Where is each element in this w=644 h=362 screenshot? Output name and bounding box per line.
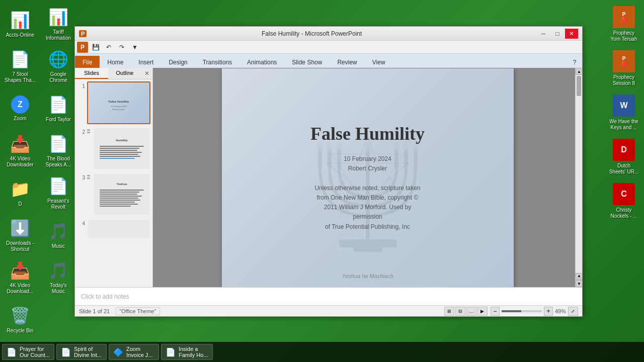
slide-vertical-scrollbar[interactable]: ▲ ▲ ▼ ▼ <box>575 68 582 287</box>
taskbar-label-prayer: Prayer forOur Count... <box>20 346 50 358</box>
minimize-button[interactable]: ─ <box>537 29 550 39</box>
pdf-icon-2: 📄 <box>61 347 71 357</box>
scroll-up-button[interactable]: ▲ <box>576 68 582 75</box>
fit-slide-button[interactable]: ⤢ <box>568 307 578 316</box>
desktop: 📊 Accts-Online 📄 7 StoolShapes Tha... Z … <box>0 0 644 362</box>
desktop-icon-prophecy-session[interactable]: P🔴 Prophecy Session 8 <box>606 48 642 88</box>
desktop-icon-downloads[interactable]: ⬇️ Downloads -Shortcut <box>2 215 38 255</box>
close-button[interactable]: ✕ <box>565 29 578 39</box>
zoom-out-button[interactable]: − <box>491 307 500 316</box>
taskbar-item-spirit[interactable]: 📄 Spirit ofDivine Int... <box>56 344 107 360</box>
powerpoint-window: P False Humility - Microsoft PowerPoint … <box>74 26 583 317</box>
slide-preview-4[interactable] <box>87 219 150 239</box>
ppt-content-area: Slides Outline ✕ 1 False Humility 1 <box>75 68 582 287</box>
desktop-icon-7stool[interactable]: 📄 7 StoolShapes Tha... <box>2 46 38 86</box>
theme-badge: "Office Theme" <box>116 307 159 315</box>
undo-button[interactable]: ↶ <box>103 42 114 53</box>
quick-access-toolbar: P 💾 ↶ ↷ ▼ <box>75 41 582 54</box>
panel-close-button[interactable]: ✕ <box>142 69 151 78</box>
slide-preview-2[interactable]: Humility <box>93 127 150 170</box>
desktop-icon-chrome[interactable]: 🌐 GoogleChrome <box>40 46 76 86</box>
reading-view-button[interactable]: 📖 <box>466 307 476 316</box>
zoom-level: 49% <box>555 308 566 314</box>
ribbon-tabs: File Home Insert Design Transitions Anim… <box>75 54 582 68</box>
redo-button[interactable]: ↷ <box>116 42 127 53</box>
slides-panel: Slides Outline ✕ 1 False Humility 1 <box>75 68 153 287</box>
status-left: Slide 1 of 21 "Office Theme" <box>79 307 160 315</box>
slideshow-view-button[interactable]: ▶ <box>477 307 488 316</box>
view-buttons: ⊞ ⊟ 📖 ▶ <box>444 307 488 316</box>
desktop-icon-prophecy-yom[interactable]: P🔴 ProphecyYom Teruah <box>606 4 642 44</box>
taskbar-label-inside: Inside aFamily Ho... <box>179 346 208 358</box>
taskbar-item-inside[interactable]: 📄 Inside aFamily Ho... <box>161 344 213 360</box>
status-bar: Slide 1 of 21 "Office Theme" ⊞ ⊟ 📖 ▶ − <box>75 305 582 316</box>
desktop-icon-tariff[interactable]: 📊 TariffInformation <box>40 4 76 44</box>
tab-file[interactable]: File <box>75 56 100 68</box>
main-slide-area: False Humility 10 February 2024 Robert C… <box>153 68 582 287</box>
pdf-icon-3: 📄 <box>166 347 176 357</box>
desktop-icon-4kvideo[interactable]: 📥 4K VideoDownloader <box>2 131 38 171</box>
tab-design[interactable]: Design <box>161 56 195 68</box>
window-title: False Humility - Microsoft PowerPoint <box>87 30 537 37</box>
slide-preview-3[interactable]: Yeshua <box>93 173 150 216</box>
slide-info: Slide 1 of 21 <box>79 308 110 314</box>
zoom-icon: 🔷 <box>113 347 123 357</box>
desktop-icon-wehave[interactable]: W We Have theKeys and ... <box>606 93 642 133</box>
scroll-zoom-up[interactable]: ▲ <box>576 273 582 279</box>
desktop-icon-recycle-bin[interactable]: 🗑️ Recycle Bin <box>2 300 38 340</box>
title-bar: P False Humility - Microsoft PowerPoint … <box>75 27 582 41</box>
desktop-icons-right: P🔴 ProphecyYom Teruah P🔴 Prophecy Sessio… <box>604 0 644 362</box>
tab-home[interactable]: Home <box>100 56 131 68</box>
slide-container: False Humility 10 February 2024 Robert C… <box>222 68 514 287</box>
desktop-icon-blood[interactable]: 📄 The BloodSpeaks A... <box>40 131 76 171</box>
taskbar-item-zoom-invoice[interactable]: 🔷 ZoomInvoice J... <box>109 344 159 360</box>
slide-preview-1[interactable]: False Humility 10 February 2024Robert Cr… <box>87 81 150 124</box>
slide-main-title: False Humility <box>310 123 425 144</box>
tab-slideshow[interactable]: Slide Show <box>284 56 330 68</box>
desktop-icon-peasants[interactable]: 📄 Peasant'sRevolt <box>40 173 76 213</box>
zoom-controls: − + 49% ⤢ <box>491 307 578 316</box>
slide-thumbnail-2[interactable]: 2 Humility <box>77 127 150 170</box>
tab-view[interactable]: View <box>365 56 393 68</box>
normal-view-button[interactable]: ⊞ <box>444 307 454 316</box>
maximize-button[interactable]: □ <box>551 29 564 39</box>
slide-content: False Humility 10 February 2024 Robert C… <box>222 68 514 287</box>
scroll-track <box>576 75 582 273</box>
taskbar: 📄 Prayer forOur Count... 📄 Spirit ofDivi… <box>0 342 644 362</box>
tab-transitions[interactable]: Transitions <box>195 56 239 68</box>
zoom-slider[interactable] <box>502 310 542 312</box>
notes-area[interactable]: Click to add notes <box>75 287 582 305</box>
tab-insert[interactable]: Insert <box>131 56 161 68</box>
desktop-icon-zoom[interactable]: Z Zoom <box>2 88 38 129</box>
slide-thumbnail-4[interactable]: 4 <box>77 219 150 239</box>
outline-tab[interactable]: Outline <box>108 68 141 79</box>
zoom-slider-fill <box>502 310 521 312</box>
pdf-icon: 📄 <box>7 347 17 357</box>
ppt-bottom: Click to add notes Slide 1 of 21 "Office… <box>75 287 582 316</box>
tab-review[interactable]: Review <box>330 56 364 68</box>
customize-qa-button[interactable]: ▼ <box>129 42 140 53</box>
zoom-in-button[interactable]: + <box>544 307 553 316</box>
help-button[interactable]: ? <box>569 57 580 68</box>
slides-list: 1 False Humility 10 February 2024Robert … <box>75 79 152 287</box>
desktop-icon-accts-online[interactable]: 📊 Accts-Online <box>2 4 38 44</box>
desktop-icon-christy[interactable]: C ChristyNockels - ... <box>606 181 642 221</box>
desktop-icon-dutch[interactable]: D DutchSheets' UR... <box>606 137 642 177</box>
desktop-icon-music[interactable]: 🎵 Music <box>40 215 76 255</box>
desktop-icon-fordtaylor[interactable]: 📄 Ford Taylor <box>40 88 76 129</box>
slides-tab[interactable]: Slides <box>75 68 108 79</box>
slide-thumbnail-3[interactable]: 3 Yeshua <box>77 173 150 216</box>
taskbar-item-prayer[interactable]: 📄 Prayer forOur Count... <box>2 344 54 360</box>
slide-thumbnail-1[interactable]: 1 False Humility 10 February 2024Robert … <box>77 81 150 124</box>
ppt-app-icon: P <box>77 42 88 53</box>
desktop-icon-todaysmusic[interactable]: 🎵 Today'sMusic <box>40 257 76 298</box>
save-button[interactable]: 💾 <box>90 42 101 53</box>
slide-sorter-button[interactable]: ⊟ <box>455 307 465 316</box>
scroll-down-button[interactable]: ▼ <box>576 280 582 287</box>
desktop-icon-4kdownload2[interactable]: 📥 4K VideoDownload... <box>2 257 38 298</box>
taskbar-label-zoom: ZoomInvoice J... <box>126 346 153 358</box>
status-right: ⊞ ⊟ 📖 ▶ − + 49% ⤢ <box>444 307 578 316</box>
tab-animations[interactable]: Animations <box>239 56 284 68</box>
slide-bottom-text: Yeshua ha Mashiach <box>222 273 514 279</box>
desktop-icon-d[interactable]: 📁 D <box>2 173 38 213</box>
